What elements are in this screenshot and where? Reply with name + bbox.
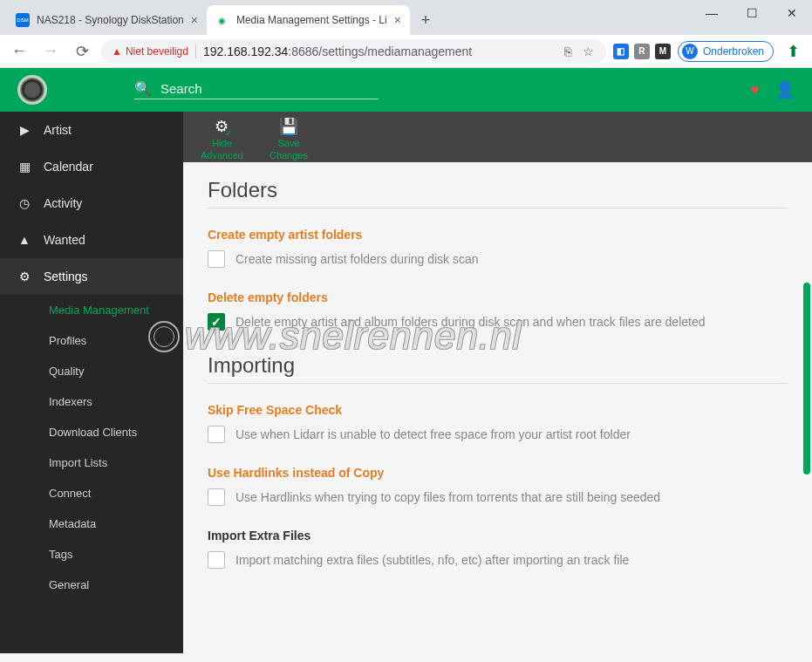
- extensions: ◧ R M: [613, 44, 671, 59]
- browser-tab-1[interactable]: ◉ Media Management Settings - Li ×: [207, 5, 410, 35]
- app-root: 🔍 ♥ 👤 ▶Artist ▦Calendar ◷Activity ▲Wante…: [0, 68, 812, 653]
- browser-toolbar: ← → ⟳ ▲ Niet beveiligd 192.168.192.34:86…: [0, 35, 812, 68]
- forward-button[interactable]: →: [38, 39, 63, 64]
- new-tab-button[interactable]: +: [413, 8, 438, 32]
- toolbtn-label: Save: [277, 138, 299, 148]
- sub-tags[interactable]: Tags: [0, 539, 183, 570]
- gear-icon: ⚙✓: [215, 117, 229, 136]
- window-minimize[interactable]: —: [692, 0, 732, 26]
- toolbtn-label: Hide: [212, 138, 232, 148]
- sidebar-item-activity[interactable]: ◷Activity: [0, 185, 183, 222]
- tab-favicon-lidarr: ◉: [215, 13, 229, 27]
- sub-general[interactable]: General: [0, 570, 183, 600]
- field-desc: Create missing artist folders during dis…: [235, 252, 479, 266]
- field-label-extras: Import Extra Files: [208, 529, 788, 543]
- lidarr-logo[interactable]: [17, 75, 47, 105]
- sidebar-item-label: Activity: [44, 196, 82, 210]
- divider: [208, 383, 788, 384]
- sidebar-item-label: Settings: [44, 270, 88, 283]
- window-close[interactable]: ✕: [772, 0, 812, 26]
- sidebar-item-label: Wanted: [44, 233, 85, 247]
- field-desc: Delete empty artist and album folders du…: [235, 315, 706, 329]
- gear-icon: ⚙: [17, 270, 31, 283]
- extension-1[interactable]: ◧: [613, 44, 629, 59]
- scrollbar-thumb[interactable]: [803, 283, 810, 474]
- back-button[interactable]: ←: [7, 39, 31, 64]
- browser-tab-strip: DSM NAS218 - Synology DiskStation × ◉ Me…: [0, 0, 812, 35]
- sidebar-item-label: Calendar: [44, 160, 93, 174]
- url-text: 192.168.192.34:8686/settings/mediamanage…: [203, 44, 554, 58]
- section-title-folders: Folders: [208, 178, 788, 202]
- sidebar-item-label: Artist: [44, 123, 72, 137]
- toolbtn-label: Advanced: [201, 150, 243, 160]
- app-header: 🔍 ♥ 👤: [0, 68, 812, 112]
- tab-close-icon[interactable]: ×: [191, 13, 198, 27]
- field-desc: Use when Lidarr is unable to detect free…: [235, 427, 631, 441]
- sub-download-clients[interactable]: Download Clients: [0, 417, 183, 447]
- bookmark-icon[interactable]: ☆: [582, 44, 596, 58]
- heart-icon[interactable]: ♥: [750, 81, 760, 99]
- search-icon: 🔍: [134, 80, 152, 97]
- reload-button[interactable]: ⟳: [70, 39, 94, 64]
- security-warning: ▲ Niet beveiligd: [112, 45, 188, 58]
- profile-avatar: W: [682, 44, 698, 59]
- divider: [195, 44, 196, 58]
- extension-3[interactable]: M: [655, 44, 671, 59]
- search-field[interactable]: 🔍: [134, 80, 379, 99]
- sub-import-lists[interactable]: Import Lists: [0, 447, 183, 478]
- checkbox-create-folders[interactable]: [208, 250, 225, 268]
- play-icon: ▶: [17, 123, 31, 137]
- sidebar-item-settings[interactable]: ⚙Settings: [0, 258, 183, 295]
- sub-quality[interactable]: Quality: [0, 356, 183, 386]
- updates-icon[interactable]: ⬆: [781, 39, 805, 64]
- section-title-importing: Importing: [208, 353, 788, 378]
- sub-indexers[interactable]: Indexers: [0, 386, 183, 417]
- save-icon: 💾: [279, 117, 298, 136]
- sub-profiles[interactable]: Profiles: [0, 325, 183, 356]
- tab-favicon-dsm: DSM: [16, 13, 30, 27]
- calendar-icon: ▦: [17, 160, 31, 174]
- profile-label: Onderbroken: [703, 45, 764, 58]
- checkbox-hardlinks[interactable]: [208, 488, 225, 506]
- sub-media-management[interactable]: Media Management: [0, 295, 183, 325]
- warning-icon: ▲: [17, 233, 31, 247]
- window-controls: — ☐ ✕: [692, 0, 812, 26]
- translate-icon[interactable]: ⎘: [561, 44, 575, 58]
- search-input[interactable]: [160, 81, 379, 96]
- toolbtn-label: Changes: [270, 150, 308, 160]
- sidebar-item-artist[interactable]: ▶Artist: [0, 112, 183, 148]
- tab-title: Media Management Settings - Li: [236, 14, 387, 26]
- field-desc: Import matching extra files (subtitles, …: [235, 553, 629, 567]
- field-label-skip-space: Skip Free Space Check: [208, 403, 788, 417]
- user-icon[interactable]: 👤: [775, 80, 795, 99]
- checkbox-skip-space[interactable]: [208, 426, 225, 443]
- save-changes-button[interactable]: 💾 Save Changes: [270, 117, 308, 160]
- field-label-hardlinks: Use Hardlinks instead of Copy: [208, 466, 788, 480]
- window-maximize[interactable]: ☐: [732, 0, 772, 26]
- sub-connect[interactable]: Connect: [0, 478, 183, 508]
- checkbox-delete-folders[interactable]: [208, 313, 225, 331]
- clock-icon: ◷: [17, 196, 31, 210]
- sidebar-item-calendar[interactable]: ▦Calendar: [0, 148, 183, 185]
- content-toolbar: ⚙✓ Hide Advanced 💾 Save Changes: [183, 112, 812, 162]
- check-icon: ✓: [225, 128, 232, 138]
- profile-badge[interactable]: W Onderbroken: [678, 41, 774, 62]
- extension-2[interactable]: R: [634, 44, 650, 59]
- browser-tab-0[interactable]: DSM NAS218 - Synology DiskStation ×: [7, 5, 207, 35]
- divider: [208, 208, 788, 208]
- hide-advanced-button[interactable]: ⚙✓ Hide Advanced: [201, 117, 243, 160]
- field-desc: Use Hardlinks when trying to copy files …: [235, 490, 660, 504]
- field-label-delete-folders: Delete empty folders: [208, 290, 788, 304]
- warning-icon: ▲: [112, 45, 122, 58]
- sidebar: ▶Artist ▦Calendar ◷Activity ▲Wanted ⚙Set…: [0, 112, 183, 653]
- sub-metadata[interactable]: Metadata: [0, 508, 183, 539]
- checkbox-extras[interactable]: [208, 551, 225, 569]
- content-area: ⚙✓ Hide Advanced 💾 Save Changes Folders …: [183, 112, 812, 653]
- field-label-create-folders: Create empty artist folders: [208, 228, 788, 242]
- security-label: Niet beveiligd: [126, 45, 188, 58]
- tab-close-icon[interactable]: ×: [394, 13, 401, 27]
- sidebar-item-wanted[interactable]: ▲Wanted: [0, 222, 183, 258]
- tab-title: NAS218 - Synology DiskStation: [37, 14, 184, 26]
- address-bar[interactable]: ▲ Niet beveiligd 192.168.192.34:8686/set…: [101, 39, 606, 64]
